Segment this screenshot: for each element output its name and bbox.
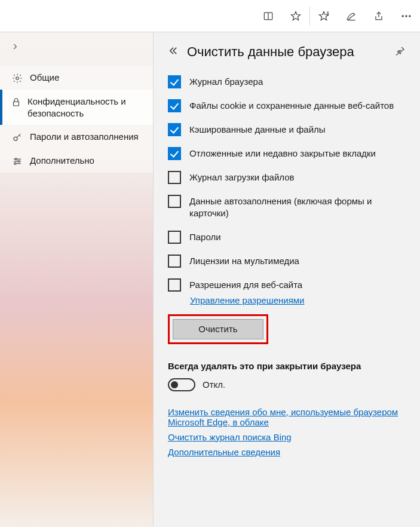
check-label: Пароли [189, 231, 221, 243]
link-cloud-data[interactable]: Изменить сведения обо мне, используемые … [168, 407, 406, 427]
manage-permissions-link[interactable]: Управление разрешениями [190, 295, 304, 305]
always-clear-toggle-row: Откл. [168, 378, 406, 391]
svg-point-8 [402, 15, 403, 16]
ink-note-icon[interactable] [338, 0, 365, 32]
checkbox[interactable] [168, 231, 181, 244]
check-row-cache: Кэшированные данные и файлы [168, 123, 406, 136]
check-label: Данные автозаполнения (включая формы и к… [189, 195, 406, 220]
clear-button[interactable]: Очистить [173, 319, 263, 339]
lock-icon [11, 96, 22, 108]
panel-header: Очистить данные браузера [168, 44, 406, 60]
checkbox[interactable] [168, 278, 181, 292]
svg-point-10 [409, 15, 410, 16]
checkbox[interactable] [168, 99, 181, 112]
svg-point-17 [15, 158, 17, 160]
svg-point-19 [14, 163, 16, 164]
sidebar-item-label: Конфиденциальность и безопасность [22, 96, 146, 119]
svg-point-11 [16, 77, 19, 80]
check-label: Кэшированные данные и файлы [189, 123, 326, 136]
link-bing-history[interactable]: Очистить журнал поиска Bing [168, 432, 292, 442]
share-icon[interactable] [365, 0, 393, 32]
back-icon[interactable] [168, 45, 179, 59]
check-label: Файлы cookie и сохраненные данные веб-са… [189, 99, 394, 112]
checkbox[interactable] [168, 255, 181, 268]
reading-view-icon[interactable] [255, 0, 282, 32]
window-toolbar [0, 0, 420, 32]
sidebar-item-passwords[interactable]: Пароли и автозаполнения [0, 125, 153, 149]
toggle-label: Откл. [203, 379, 225, 390]
sidebar-item-advanced[interactable]: Дополнительно [0, 149, 153, 173]
sliders-icon [11, 155, 24, 167]
check-row-tabs: Отложенные или недавно закрытые вкладки [168, 147, 406, 160]
panel-title: Очистить данные браузера [187, 44, 395, 60]
svg-point-9 [406, 15, 407, 16]
key-icon [11, 131, 24, 143]
always-clear-heading: Всегда удалять это при закрытии браузера [168, 361, 406, 371]
clear-data-panel: Очистить данные браузера Журнал браузера… [154, 32, 420, 527]
favorites-list-icon[interactable] [310, 0, 338, 32]
sidebar-item-label: Общие [24, 72, 59, 84]
checkbox[interactable] [168, 171, 181, 184]
settings-sidebar: Общие Конфиденциальность и безопасность … [0, 32, 154, 527]
pin-icon[interactable] [395, 45, 406, 59]
svg-point-18 [18, 161, 20, 163]
checkbox[interactable] [168, 195, 181, 208]
checkbox[interactable] [168, 75, 181, 88]
check-row-permissions: Разрешения для веб-сайта [168, 278, 406, 292]
check-label: Разрешения для веб-сайта [189, 278, 302, 291]
sidebar-header [0, 32, 153, 63]
sidebar-item-label: Дополнительно [24, 155, 94, 167]
check-row-autofill: Данные автозаполнения (включая формы и к… [168, 195, 406, 220]
checkbox[interactable] [168, 123, 181, 136]
check-row-media: Лицензии на мультимедиа [168, 255, 406, 268]
check-row-downloads: Журнал загрузки файлов [168, 171, 406, 184]
sidebar-item-general[interactable]: Общие [0, 66, 153, 90]
svg-marker-2 [292, 11, 301, 20]
chevron-right-icon[interactable] [11, 42, 19, 53]
check-row-history: Журнал браузера [168, 75, 406, 88]
checkbox[interactable] [168, 147, 181, 160]
check-label: Отложенные или недавно закрытые вкладки [189, 147, 376, 160]
clear-button-highlight: Очистить [168, 314, 268, 344]
sidebar-item-privacy[interactable]: Конфиденциальность и безопасность [0, 90, 153, 125]
sidebar-item-label: Пароли и автозаполнения [24, 131, 139, 143]
svg-marker-3 [320, 11, 329, 20]
toggle-switch[interactable] [168, 378, 195, 391]
link-learn-more[interactable]: Дополнительные сведения [168, 447, 280, 457]
check-label: Журнал загрузки файлов [189, 171, 295, 183]
svg-rect-12 [14, 102, 19, 106]
svg-point-13 [14, 137, 17, 140]
check-label: Лицензии на мультимедиа [189, 255, 299, 267]
check-row-cookies: Файлы cookie и сохраненные данные веб-са… [168, 99, 406, 112]
gear-icon [11, 72, 24, 84]
check-label: Журнал браузера [189, 75, 263, 88]
favorite-star-icon[interactable] [282, 0, 309, 32]
check-row-passwords: Пароли [168, 231, 406, 244]
more-icon[interactable] [393, 0, 420, 32]
